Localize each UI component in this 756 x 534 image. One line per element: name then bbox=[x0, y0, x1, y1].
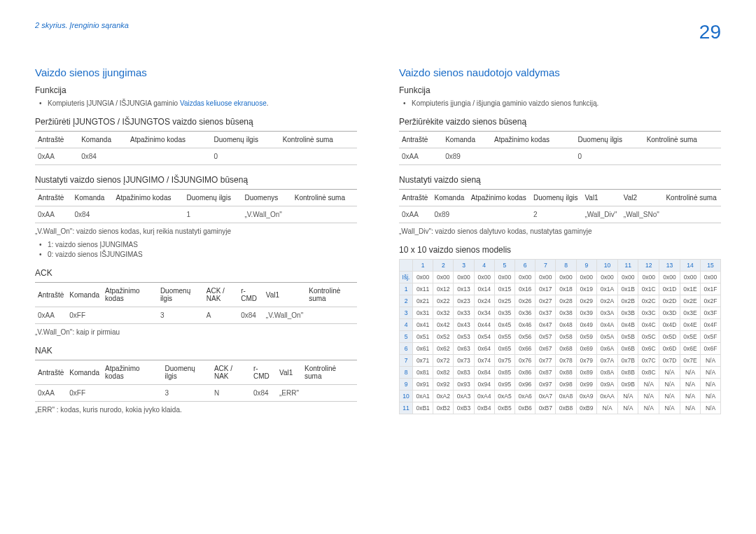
matrix-cell: 0x83 bbox=[454, 367, 474, 379]
matrix-row-h: 9 bbox=[400, 379, 413, 391]
matrix-cell: 0x48 bbox=[556, 319, 576, 331]
matrix-cell: 0x43 bbox=[454, 319, 474, 331]
right-view-h: Peržiūrėkite vaizdo sienos būseną bbox=[399, 117, 721, 127]
th: Val1 bbox=[276, 360, 302, 385]
matrix-cell: N/A bbox=[680, 367, 700, 379]
matrix-cell: 0x3A bbox=[596, 307, 617, 319]
page-number: 29 bbox=[699, 21, 721, 43]
matrix-cell: 0x12 bbox=[433, 283, 454, 295]
matrix-cell: 0x41 bbox=[413, 319, 433, 331]
matrix-col-h: 11 bbox=[618, 260, 638, 272]
td: A bbox=[204, 307, 239, 324]
matrix-cell: N/A bbox=[638, 391, 659, 402]
matrix-cell: N/A bbox=[659, 379, 680, 391]
matrix-cell: 0x46 bbox=[515, 319, 536, 331]
matrix-row-h: Išj. bbox=[400, 272, 413, 283]
th: Komanda bbox=[432, 190, 468, 206]
matrix-cell: 0x51 bbox=[413, 331, 433, 343]
th: Duomenų ilgis bbox=[211, 132, 280, 148]
func-prefix: Kompiuteris ĮJUNGIA / IŠJUNGIA gaminio bbox=[48, 99, 180, 107]
left-note-1: „V.Wall_On": vaizdo sienos kodas, kurį r… bbox=[35, 227, 357, 235]
td: „V.Wall_On" bbox=[241, 206, 291, 223]
th: Duomenų ilgis bbox=[531, 190, 582, 206]
matrix-cell: 0x7D bbox=[659, 355, 680, 367]
matrix-cell: 0xA8 bbox=[556, 391, 576, 402]
th: Kontrolinė suma bbox=[306, 283, 357, 307]
matrix-col-h: 12 bbox=[638, 260, 659, 272]
th: Antraštė bbox=[399, 132, 442, 148]
th: Kontrolinė suma bbox=[292, 190, 357, 206]
td: „Wall_Div" bbox=[582, 206, 620, 223]
matrix-cell: 0x72 bbox=[433, 355, 454, 367]
td: „Wall_SNo" bbox=[621, 206, 664, 223]
matrix-cell: 0x5C bbox=[638, 331, 659, 343]
td bbox=[663, 206, 721, 223]
matrix-cell: 0x00 bbox=[659, 272, 680, 283]
td: N bbox=[211, 385, 251, 402]
matrix-cell: 0xB5 bbox=[494, 402, 514, 414]
left-note-2: „V.Wall_On": kaip ir pirmiau bbox=[35, 328, 357, 336]
matrix-cell: 0x75 bbox=[494, 355, 514, 367]
th: Atpažinimo kodas bbox=[127, 132, 211, 148]
matrix-cell: 0x4C bbox=[638, 319, 659, 331]
matrix-row-h: 1 bbox=[400, 283, 413, 295]
td: 3 bbox=[162, 385, 211, 402]
matrix-col-h: 3 bbox=[454, 260, 474, 272]
matrix-cell: 0x21 bbox=[413, 295, 433, 307]
matrix-cell: 0xB6 bbox=[515, 402, 536, 414]
matrix-cell: 0x00 bbox=[454, 272, 474, 283]
matrix-cell: 0x53 bbox=[454, 331, 474, 343]
matrix-cell: 0x9B bbox=[618, 379, 638, 391]
matrix-cell: 0x32 bbox=[433, 307, 454, 319]
matrix-cell: 0x00 bbox=[680, 272, 700, 283]
th: Atpažinimo kodas bbox=[468, 190, 531, 206]
td: 0xAA bbox=[35, 307, 66, 324]
left-table-2: Antraštė Komanda Atpažinimo kodas Duomen… bbox=[35, 189, 357, 223]
th: Antraštė bbox=[35, 283, 66, 307]
matrix-cell: 0x58 bbox=[556, 331, 576, 343]
td: 0x84 bbox=[251, 385, 276, 402]
matrix-cell: 0x78 bbox=[556, 355, 576, 367]
matrix-cell: 0x34 bbox=[474, 307, 494, 319]
matrix-col-h: 15 bbox=[701, 260, 721, 272]
th: r-CMD bbox=[238, 283, 263, 307]
td: 0x84 bbox=[78, 148, 127, 165]
matrix-cell: 0x2F bbox=[701, 295, 721, 307]
matrix-cell: 0x65 bbox=[494, 343, 514, 355]
matrix-cell: N/A bbox=[701, 379, 721, 391]
matrix-col-h: 14 bbox=[680, 260, 700, 272]
matrix-cell: 0x5B bbox=[618, 331, 638, 343]
matrix-cell: N/A bbox=[680, 402, 700, 414]
right-func-bullet: Kompiuteris įjungia / išjungia gaminio v… bbox=[406, 99, 721, 107]
matrix-cell: 0x85 bbox=[494, 367, 514, 379]
matrix-cell: 0x2E bbox=[680, 295, 700, 307]
th: Antraštė bbox=[399, 190, 432, 206]
chapter-label: 2 skyrius. Įrenginio sąranka bbox=[35, 21, 129, 29]
matrix-cell: 0x93 bbox=[454, 379, 474, 391]
matrix-cell: 0x62 bbox=[433, 343, 454, 355]
matrix-cell: 0x76 bbox=[515, 355, 536, 367]
matrix-cell: 0x3D bbox=[659, 307, 680, 319]
matrix-cell: 0x5E bbox=[680, 331, 700, 343]
left-set-h: Nustatyti vaizdo sienos ĮJUNGIMO / IŠJUN… bbox=[35, 175, 357, 185]
td: 0x89 bbox=[442, 148, 491, 165]
matrix-cell: 0x7E bbox=[680, 355, 700, 367]
matrix-cell: 0x52 bbox=[433, 331, 454, 343]
matrix-cell: 0xB3 bbox=[454, 402, 474, 414]
td: 0xFF bbox=[66, 307, 102, 324]
th: Atpažinimo kodas bbox=[102, 283, 158, 307]
matrix-cell: 0x97 bbox=[536, 379, 556, 391]
matrix-cell: N/A bbox=[701, 391, 721, 402]
matrix-row-h: 10 bbox=[400, 391, 413, 402]
th: Komanda bbox=[78, 132, 127, 148]
th: ACK / NAK bbox=[204, 283, 239, 307]
left-func-h: Funkcija bbox=[35, 85, 357, 95]
matrix-cell: 0x3E bbox=[680, 307, 700, 319]
matrix-cell: 0x68 bbox=[556, 343, 576, 355]
matrix-row-h: 2 bbox=[400, 295, 413, 307]
matrix-cell: 0x1A bbox=[596, 283, 617, 295]
matrix-cell: 0x8C bbox=[638, 367, 659, 379]
matrix-cell: 0x8A bbox=[596, 367, 617, 379]
matrix-col-h: 7 bbox=[536, 260, 556, 272]
func-link[interactable]: Vaizdas keliuose ekranuose bbox=[180, 99, 267, 107]
